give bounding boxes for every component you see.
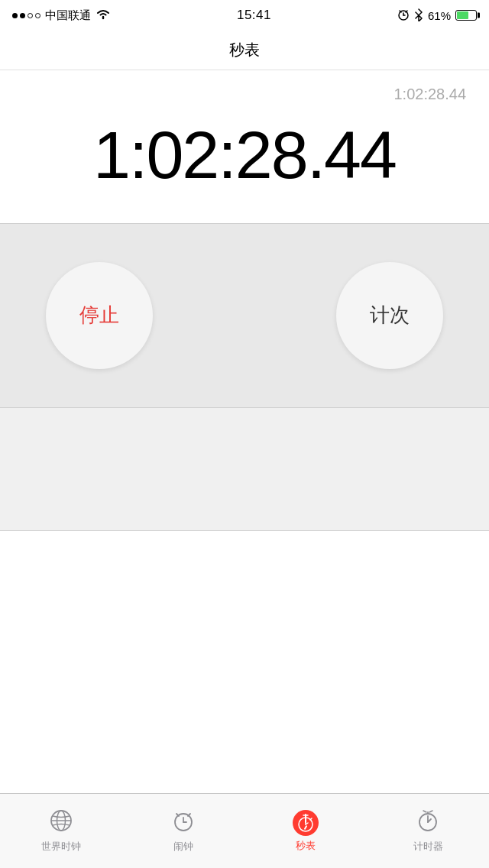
alarm-tab-icon	[171, 808, 196, 837]
lap-divider-bottom	[0, 530, 489, 531]
secondary-timer-display: 1:02:28.44	[15, 86, 474, 103]
lap-button-label: 计次	[370, 302, 410, 329]
svg-line-23	[429, 811, 432, 812]
timer-tab-label: 计时器	[413, 840, 443, 853]
bluetooth-icon	[414, 8, 423, 24]
status-bar: 中国联通 15:41 61%	[0, 0, 489, 31]
svg-line-18	[310, 818, 312, 820]
page-title: 秒表	[229, 40, 260, 60]
tab-bar: 世界时钟 闹钟	[0, 793, 489, 868]
svg-line-12	[188, 814, 190, 816]
stopwatch-tab-icon	[293, 810, 319, 836]
carrier-name: 中国联通	[45, 8, 91, 23]
stop-button[interactable]: 停止	[46, 262, 153, 369]
navigation-bar: 秒表	[0, 31, 489, 70]
status-right: 61%	[397, 8, 477, 24]
svg-line-11	[176, 814, 179, 816]
primary-timer-display: 1:02:28.44	[15, 111, 474, 215]
tab-stopwatch[interactable]: 秒表	[244, 810, 367, 853]
signal-dot-1	[12, 13, 18, 18]
stopwatch-tab-label: 秒表	[296, 839, 316, 853]
timer-tab-icon	[416, 808, 440, 837]
svg-line-22	[423, 811, 426, 812]
lap-button[interactable]: 计次	[336, 262, 443, 369]
wifi-icon	[96, 8, 111, 23]
world-clock-tab-label: 世界时钟	[41, 840, 81, 853]
battery-icon	[455, 10, 477, 21]
tab-alarm[interactable]: 闹钟	[122, 808, 244, 853]
signal-dot-4	[35, 13, 40, 18]
signal-indicator	[12, 13, 40, 18]
battery-percent: 61%	[428, 9, 451, 22]
alarm-status-icon	[397, 8, 410, 23]
signal-dot-2	[20, 13, 25, 18]
status-time: 15:41	[237, 8, 271, 23]
tab-world-clock[interactable]: 世界时钟	[0, 808, 122, 853]
controls-area: 停止 计次	[0, 223, 489, 407]
stopwatch-active-circle	[293, 810, 319, 836]
battery-fill	[457, 11, 468, 19]
world-clock-icon	[49, 808, 73, 837]
signal-dot-3	[28, 13, 33, 18]
timer-area: 1:02:28.44 1:02:28.44	[0, 70, 489, 223]
battery-indicator	[455, 10, 477, 21]
status-left: 中国联通	[12, 8, 111, 23]
lap-list	[0, 408, 489, 530]
alarm-tab-label: 闹钟	[173, 840, 193, 853]
stop-button-label: 停止	[79, 302, 119, 329]
tab-timer[interactable]: 计时器	[367, 808, 489, 853]
